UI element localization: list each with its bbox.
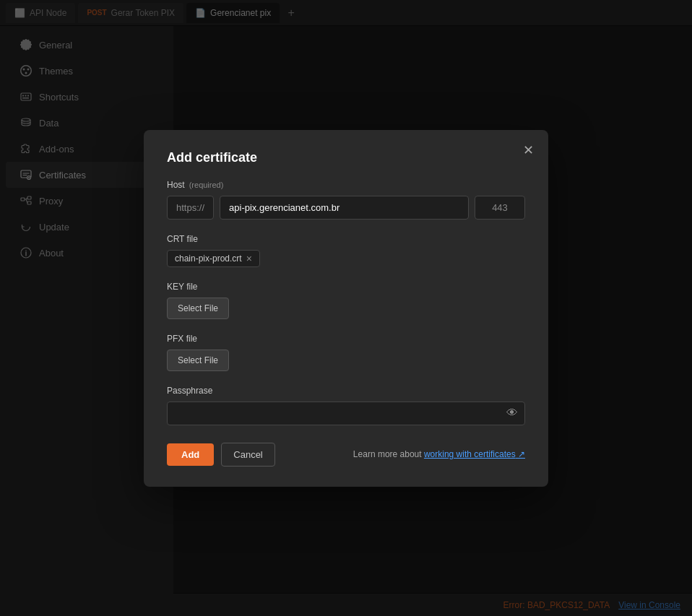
host-input-row: https://	[167, 196, 525, 220]
toggle-passphrase-visibility-icon[interactable]: 👁	[506, 407, 518, 420]
crt-section: CRT file chain-pix-prod.crt ×	[167, 234, 525, 267]
host-prefix: https://	[167, 196, 214, 220]
passphrase-label: Passphrase	[167, 386, 525, 396]
modal-title: Add certificate	[167, 150, 525, 165]
key-label: KEY file	[167, 282, 525, 292]
crt-label: CRT file	[167, 234, 525, 244]
host-label: Host (required)	[167, 180, 525, 190]
key-section: KEY file Select File	[167, 282, 525, 319]
pfx-label: PFX file	[167, 334, 525, 344]
host-input[interactable]	[220, 196, 469, 220]
pfx-select-file-button[interactable]: Select File	[167, 350, 229, 371]
key-select-file-button[interactable]: Select File	[167, 298, 229, 319]
host-section: Host (required) https://	[167, 180, 525, 220]
external-link-icon: ↗	[518, 449, 525, 459]
passphrase-input[interactable]	[167, 402, 525, 425]
modal-actions: Add Cancel Learn more about working with…	[167, 443, 525, 467]
add-certificate-modal: ✕ Add certificate Host (required) https:…	[144, 130, 548, 487]
required-badge: (required)	[189, 181, 224, 189]
passphrase-section: Passphrase 👁	[167, 386, 525, 425]
modal-overlay: ✕ Add certificate Host (required) https:…	[0, 0, 692, 616]
cancel-button[interactable]: Cancel	[221, 443, 274, 467]
crt-filename: chain-pix-prod.crt	[175, 253, 242, 264]
crt-remove-button[interactable]: ×	[246, 253, 252, 264]
passphrase-row: 👁	[167, 402, 525, 425]
modal-close-button[interactable]: ✕	[519, 142, 537, 159]
add-button[interactable]: Add	[167, 443, 214, 466]
port-input[interactable]	[475, 196, 525, 220]
pfx-section: PFX file Select File	[167, 334, 525, 371]
learn-more-text: Learn more about working with certificat…	[353, 449, 525, 459]
working-with-certificates-link[interactable]: working with certificates ↗	[424, 449, 525, 459]
close-icon: ✕	[523, 142, 534, 158]
crt-file-chip: chain-pix-prod.crt ×	[167, 250, 260, 267]
